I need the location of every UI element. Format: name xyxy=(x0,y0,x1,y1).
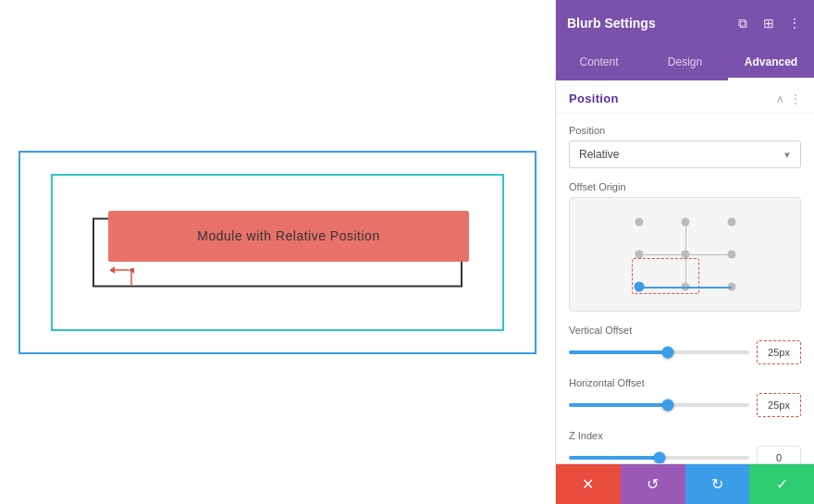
vertical-offset-input[interactable] xyxy=(757,340,801,364)
origin-tr[interactable] xyxy=(727,218,735,227)
tab-content[interactable]: Content xyxy=(556,46,642,80)
more-icon[interactable]: ⋮ xyxy=(786,15,803,31)
horizontal-offset-value-box xyxy=(757,393,801,417)
collapse-icon[interactable]: ∧ xyxy=(776,92,784,105)
z-index-row xyxy=(569,446,801,463)
settings-panel: Blurb Settings ⧉ ⊞ ⋮ Content Design Adva… xyxy=(555,0,814,504)
arrow-up-indicator xyxy=(127,268,136,289)
panel-header-icons: ⧉ ⊞ ⋮ xyxy=(734,15,803,31)
vertical-offset-track[interactable] xyxy=(569,350,749,354)
position-section: Position ∧ ⋮ Position Default Static Rel… xyxy=(556,80,814,463)
position-label: Position xyxy=(569,125,801,136)
save-button[interactable]: ✓ xyxy=(749,464,814,504)
position-select[interactable]: Default Static Relative Absolute Fixed xyxy=(569,141,801,168)
z-index-track[interactable] xyxy=(569,456,749,460)
vertical-offset-label: Vertical Offset xyxy=(569,325,801,336)
horizontal-offset-label: Horizontal Offset xyxy=(569,377,801,388)
vertical-offset-value-box xyxy=(757,340,801,364)
position-select-wrapper: Default Static Relative Absolute Fixed ▼ xyxy=(569,141,801,168)
horizontal-offset-track[interactable] xyxy=(569,403,749,407)
horizontal-offset-thumb[interactable] xyxy=(662,400,674,412)
z-index-input[interactable] xyxy=(757,446,801,463)
z-index-label: Z Index xyxy=(569,430,801,441)
origin-mr[interactable] xyxy=(727,251,735,259)
origin-grid xyxy=(630,213,741,296)
panel-body: Position ∧ ⋮ Position Default Static Rel… xyxy=(556,80,814,463)
cancel-button[interactable]: ✕ xyxy=(556,464,621,504)
horizontal-offset-field: Horizontal Offset xyxy=(569,377,801,417)
vertical-offset-fill xyxy=(569,350,668,354)
offset-origin-label: Offset Origin xyxy=(569,181,801,192)
inner-teal-border: Module with Relative Position xyxy=(51,174,504,331)
vertical-offset-row xyxy=(569,340,801,364)
tab-bar: Content Design Advanced xyxy=(556,46,814,80)
tab-design[interactable]: Design xyxy=(642,46,728,80)
outer-blue-border: Module with Relative Position xyxy=(18,151,536,354)
section-actions: ∧ ⋮ xyxy=(776,92,801,105)
panel-footer: ✕ ↺ ↻ ✓ xyxy=(556,463,814,504)
z-index-fill xyxy=(569,456,660,460)
red-module: Module with Relative Position xyxy=(108,211,469,262)
z-index-field: Z Index xyxy=(569,430,801,463)
origin-tl[interactable] xyxy=(635,218,643,227)
dashed-selection xyxy=(632,258,699,294)
panel-title: Blurb Settings xyxy=(567,16,656,31)
module-label: Module with Relative Position xyxy=(197,228,379,243)
horizontal-offset-input[interactable] xyxy=(757,393,801,417)
z-index-value-box xyxy=(757,446,801,463)
section-title: Position xyxy=(569,92,619,105)
undo-button[interactable]: ↻ xyxy=(685,464,750,504)
horizontal-offset-fill xyxy=(569,403,668,407)
z-index-thumb[interactable] xyxy=(653,452,665,464)
origin-tc[interactable] xyxy=(681,218,689,227)
expand-icon[interactable]: ⊞ xyxy=(760,15,777,31)
reset-button[interactable]: ↺ xyxy=(621,464,685,504)
panel-header: Blurb Settings ⧉ ⊞ ⋮ xyxy=(556,0,814,46)
vertical-offset-field: Vertical Offset xyxy=(569,325,801,364)
section-header: Position ∧ ⋮ xyxy=(556,80,814,114)
canvas-area: Module with Relative Position xyxy=(0,0,555,504)
copy-icon[interactable]: ⧉ xyxy=(734,15,751,31)
horizontal-offset-row xyxy=(569,393,801,417)
section-more-icon[interactable]: ⋮ xyxy=(790,92,801,105)
vertical-offset-thumb[interactable] xyxy=(662,347,674,359)
section-content: Position Default Static Relative Absolut… xyxy=(556,114,814,463)
tab-advanced[interactable]: Advanced xyxy=(728,46,814,80)
offset-origin-grid[interactable] xyxy=(569,197,801,312)
offset-line-h xyxy=(644,287,732,289)
